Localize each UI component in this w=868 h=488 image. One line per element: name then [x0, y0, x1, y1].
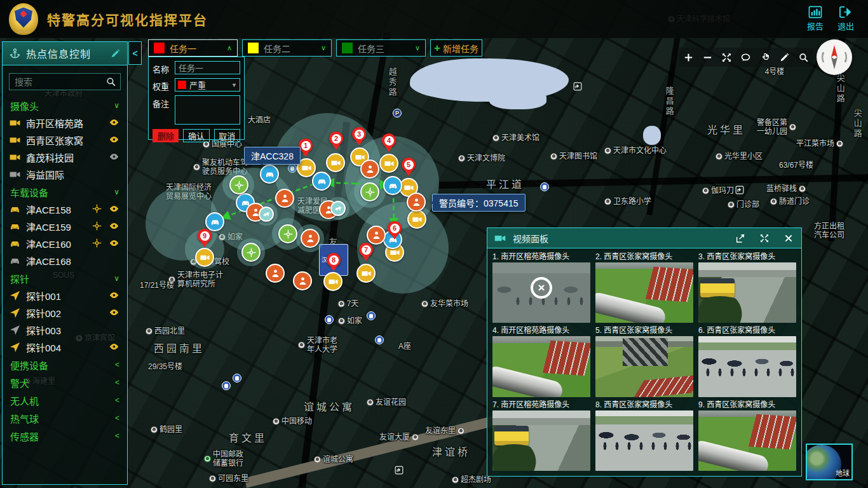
- marker-person[interactable]: [360, 159, 379, 179]
- sidebar-section-热气球[interactable]: 热气球<: [3, 409, 127, 427]
- visibility-eye-icon[interactable]: [109, 290, 119, 302]
- sidebar-item-探针004[interactable]: 探针004: [3, 339, 127, 356]
- marker-cross[interactable]: [360, 182, 379, 201]
- sidebar-item-鑫茂科技园[interactable]: 鑫茂科技园: [3, 149, 127, 166]
- locate-icon[interactable]: [92, 203, 102, 216]
- video-thumbnail[interactable]: ×: [492, 262, 590, 323]
- search-input[interactable]: [9, 73, 121, 90]
- marker-person[interactable]: [275, 189, 294, 208]
- exit-button[interactable]: 退出: [837, 6, 854, 32]
- numbered-pin-1[interactable]: 1: [299, 139, 313, 161]
- zoom-in-icon[interactable]: [681, 50, 696, 65]
- marker-person[interactable]: [266, 264, 285, 283]
- video-thumbnail[interactable]: [595, 336, 693, 396]
- marker-cross[interactable]: [278, 224, 297, 243]
- sidebar-item-津ACE159[interactable]: 津ACE159: [3, 218, 127, 235]
- locate-icon[interactable]: [92, 238, 102, 250]
- sidebar-section-探针[interactable]: 探针∨: [3, 269, 127, 287]
- sidebar-item-海益国际[interactable]: 海益国际: [3, 166, 127, 183]
- sidebar-item-津ACE160[interactable]: 津ACE160: [3, 235, 127, 252]
- marker-person[interactable]: [293, 271, 312, 290]
- marker-car[interactable]: [312, 172, 331, 191]
- numbered-pin-3[interactable]: 3: [352, 127, 366, 150]
- add-task-button[interactable]: +新增任务: [430, 39, 482, 57]
- video-thumbnail[interactable]: [698, 262, 796, 323]
- marker-camera[interactable]: [407, 210, 426, 229]
- expand-icon[interactable]: [758, 232, 771, 245]
- visibility-eye-icon[interactable]: [109, 151, 119, 164]
- marker-cross[interactable]: [229, 175, 248, 194]
- zoom-out-icon[interactable]: [700, 50, 715, 65]
- video-thumbnail[interactable]: [492, 410, 590, 471]
- sidebar-section-车载设备[interactable]: 车载设备∨: [3, 183, 127, 201]
- task-name-input[interactable]: [175, 61, 240, 74]
- marker-person[interactable]: [301, 229, 320, 248]
- marker-dog[interactable]: [259, 207, 274, 222]
- edit-pencil-icon[interactable]: [111, 48, 121, 58]
- sidebar-section-摄像头[interactable]: 摄像头∨: [3, 97, 127, 114]
- cancel-button[interactable]: 取消: [214, 129, 240, 142]
- compass[interactable]: [817, 39, 852, 75]
- visibility-eye-icon[interactable]: [109, 134, 119, 147]
- numbered-pin-5[interactable]: 5: [402, 158, 416, 180]
- visibility-eye-icon[interactable]: [109, 117, 119, 130]
- search-icon[interactable]: [105, 76, 116, 87]
- pan-hand-icon[interactable]: [757, 50, 773, 65]
- sidebar-item-津ACE158[interactable]: 津ACE158: [3, 201, 127, 218]
- marker-camera[interactable]: [356, 264, 376, 283]
- fullscreen-icon[interactable]: [719, 50, 735, 65]
- sidebar-collapse-button[interactable]: <: [128, 41, 142, 65]
- video-thumbnail[interactable]: [492, 336, 590, 396]
- delete-button[interactable]: 删除: [153, 129, 179, 142]
- chat-bubble-icon[interactable]: [738, 50, 754, 65]
- sidebar-section-传感器[interactable]: 传感器<: [3, 427, 127, 445]
- sidebar-item-探针003[interactable]: 探针003: [3, 322, 127, 339]
- close-icon[interactable]: [782, 232, 795, 245]
- numbered-pin-6[interactable]: 6: [388, 221, 402, 244]
- sidebar-item-西青区张家窝[interactable]: 西青区张家窝: [3, 132, 127, 149]
- draw-pencil-icon[interactable]: [777, 50, 792, 65]
- tab-任务一[interactable]: 任务一∧: [148, 39, 238, 57]
- marker-camera[interactable]: [326, 153, 345, 172]
- task-notes-input[interactable]: [175, 95, 240, 125]
- numbered-pin-9[interactable]: 9: [198, 229, 212, 252]
- poi-icon: [412, 433, 419, 440]
- numbered-pin-2[interactable]: 2: [329, 132, 343, 154]
- visibility-eye-icon[interactable]: [109, 238, 119, 250]
- marker-dog[interactable]: [330, 201, 346, 216]
- locate-icon[interactable]: [92, 220, 102, 233]
- report-button[interactable]: 报告: [807, 6, 824, 32]
- visibility-eye-icon[interactable]: [109, 220, 119, 233]
- confirm-button[interactable]: 确认: [183, 129, 209, 142]
- tab-任务三[interactable]: 任务三∨: [336, 39, 426, 57]
- sidebar-section-便携设备[interactable]: 便携设备<: [3, 356, 127, 374]
- video-thumbnail[interactable]: [698, 410, 796, 471]
- sidebar-item-津ACE168[interactable]: 津ACE168: [3, 252, 127, 269]
- sidebar-item-探针002[interactable]: 探针002: [3, 304, 127, 322]
- marker-person[interactable]: [407, 193, 426, 212]
- visibility-eye-icon[interactable]: [109, 203, 119, 216]
- sidebar-section-警犬[interactable]: 警犬<: [3, 374, 127, 391]
- search-map-icon[interactable]: [796, 50, 811, 65]
- visibility-eye-icon[interactable]: [109, 341, 119, 354]
- tab-任务二[interactable]: 任务二∨: [242, 39, 332, 57]
- share-icon[interactable]: [734, 232, 747, 245]
- marker-camera[interactable]: [379, 154, 398, 173]
- task-weight-select[interactable]: 严重 ▼: [175, 78, 240, 92]
- sidebar-section-无人机[interactable]: 无人机<: [3, 391, 127, 409]
- visibility-eye-icon[interactable]: [109, 307, 119, 320]
- numbered-pin-7[interactable]: 7: [359, 243, 373, 266]
- map-label: 大酒店: [248, 116, 271, 125]
- video-thumbnail[interactable]: [698, 336, 796, 396]
- sidebar-item-探针001[interactable]: 探针001: [3, 287, 127, 304]
- numbered-pin-4[interactable]: 4: [382, 133, 396, 156]
- marker-person[interactable]: [367, 226, 386, 245]
- marker-car[interactable]: [383, 176, 402, 195]
- video-thumbnail[interactable]: [595, 262, 693, 323]
- pond: [643, 126, 661, 145]
- sidebar-item-南开区榕苑路[interactable]: 南开区榕苑路: [3, 114, 127, 132]
- marker-cross[interactable]: [241, 243, 261, 262]
- video-thumbnail[interactable]: [595, 410, 693, 471]
- numbered-pin-8[interactable]: 8: [327, 253, 341, 276]
- globe-switcher[interactable]: 地球: [806, 444, 853, 480]
